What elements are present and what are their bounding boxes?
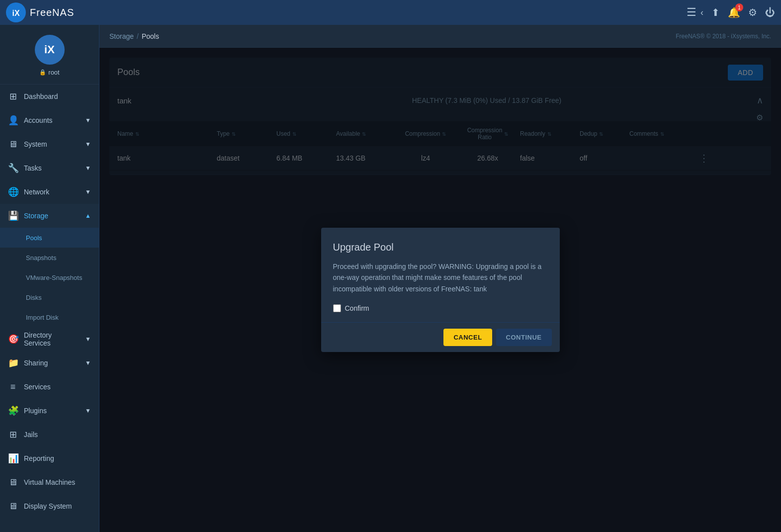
display-system-icon: 🖥 [8,501,18,512]
sidebar-item-label: Reporting [24,454,91,462]
chevron-down-icon: ▼ [85,117,91,124]
sidebar-item-label: Virtual Machines [24,478,91,486]
content-area: Storage / Pools FreeNAS® © 2018 - iXsyst… [99,25,781,532]
lock-icon: 🔒 [39,69,46,76]
sidebar: iX 🔒 root ⊞ Dashboard 👤 Accounts ▼ 🖥 Sys… [0,25,99,532]
sidebar-sub-vmware-snapshots[interactable]: VMware-Snapshots [0,267,99,287]
system-icon: 🖥 [8,139,18,150]
breadcrumb-separator: / [137,32,139,40]
storage-icon: 💾 [8,210,18,221]
sidebar-item-label: Network [24,188,79,196]
back-icon[interactable]: ‹ [700,7,703,18]
sidebar-item-directory-services[interactable]: 🎯 Directory Services ▼ [0,327,99,351]
logo: iX FreeNAS [6,2,74,22]
sidebar-item-label: Sharing [24,359,79,367]
notification-badge: 1 [735,3,743,11]
settings-icon[interactable]: ⚙ [748,6,757,18]
svg-text:iX: iX [12,9,19,17]
directory-services-icon: 🎯 [8,334,18,345]
dialog-title: Upgrade Pool [333,242,548,253]
sidebar-item-label: Storage [24,212,79,220]
breadcrumb-parent[interactable]: Storage [109,32,134,40]
sidebar-item-reporting[interactable]: 📊 Reporting [0,446,99,470]
sidebar-item-label: Jails [24,431,91,439]
sidebar-item-label: Accounts [24,116,79,124]
plugins-icon: 🧩 [8,405,18,416]
jails-icon: ⊞ [8,429,18,440]
notifications-icon[interactable]: 🔔 1 [728,6,740,18]
chevron-down-icon: ▼ [85,141,91,148]
confirm-checkbox[interactable] [333,304,341,312]
breadcrumb-copyright: FreeNAS® © 2018 - iXsystems, Inc. [676,33,771,40]
chevron-down-icon: ▼ [85,407,91,414]
breadcrumb: Storage / Pools FreeNAS® © 2018 - iXsyst… [99,25,781,48]
sidebar-sub-label: Pools [26,234,42,242]
accounts-icon: 👤 [8,115,18,126]
confirm-label[interactable]: Confirm [345,304,369,312]
chevron-down-icon: ▼ [85,336,91,343]
continue-button[interactable]: CONTINUE [496,329,552,346]
avatar: iX [35,35,65,65]
dialog-body: Upgrade Pool Proceed with upgrading the … [321,228,560,322]
sidebar-sub-label: Disks [26,294,42,301]
sidebar-item-system[interactable]: 🖥 System ▼ [0,132,99,156]
sidebar-nav: ⊞ Dashboard 👤 Accounts ▼ 🖥 System ▼ 🔧 Ta… [0,85,99,532]
chevron-up-icon: ▲ [85,212,91,219]
freenas-logo-icon: iX [6,2,26,22]
dialog-overlay: Upgrade Pool Proceed with upgrading the … [99,48,781,532]
sidebar-item-accounts[interactable]: 👤 Accounts ▼ [0,108,99,132]
breadcrumb-path: Storage / Pools [109,32,159,40]
sidebar-item-services[interactable]: ≡ Services [0,375,99,399]
sidebar-item-display-system[interactable]: 🖥 Display System [0,494,99,518]
upload-icon[interactable]: ⬆ [711,6,720,18]
sidebar-item-label: Directory Services [24,331,79,347]
sidebar-item-label: Dashboard [24,92,91,100]
sharing-icon: 📁 [8,357,18,368]
chevron-down-icon: ▼ [85,188,91,195]
reporting-icon: 📊 [8,453,18,464]
upgrade-pool-dialog: Upgrade Pool Proceed with upgrading the … [321,228,560,352]
dashboard-icon: ⊞ [8,91,18,102]
network-icon: 🌐 [8,186,18,197]
sidebar-sub-pools[interactable]: Pools [0,228,99,248]
page-content: Pools ADD tank HEALTHY (7.3 MiB (0%) Use… [99,48,781,532]
topbar-actions: ⬆ 🔔 1 ⚙ ⏻ [711,6,775,18]
dialog-actions: CANCEL CONTINUE [321,322,560,352]
sidebar-item-jails[interactable]: ⊞ Jails [0,423,99,446]
cancel-button[interactable]: CANCEL [443,329,492,346]
sidebar-item-storage[interactable]: 💾 Storage ▲ [0,204,99,228]
topbar: iX FreeNAS ☰ ‹ ⬆ 🔔 1 ⚙ ⏻ [0,0,781,25]
dialog-text: Proceed with upgrading the pool? WARNING… [333,261,548,294]
sidebar-sub-disks[interactable]: Disks [0,287,99,307]
sidebar-sub-label: Import Disk [26,314,59,321]
sidebar-user: iX 🔒 root [0,25,99,85]
sidebar-item-dashboard[interactable]: ⊞ Dashboard [0,85,99,108]
virtual-machines-icon: 🖥 [8,477,18,488]
sidebar-item-network[interactable]: 🌐 Network ▼ [0,180,99,204]
chevron-down-icon: ▼ [85,359,91,366]
sidebar-sub-snapshots[interactable]: Snapshots [0,248,99,267]
power-icon[interactable]: ⏻ [765,7,775,18]
services-icon: ≡ [8,382,18,392]
sidebar-sub-label: VMware-Snapshots [26,274,82,281]
sidebar-item-tasks[interactable]: 🔧 Tasks ▼ [0,156,99,180]
sidebar-item-plugins[interactable]: 🧩 Plugins ▼ [0,399,99,423]
sidebar-sub-import-disk[interactable]: Import Disk [0,307,99,327]
sidebar-sub-label: Snapshots [26,254,56,262]
sidebar-item-label: Display System [24,502,91,510]
sidebar-item-label: Plugins [24,407,79,415]
logo-text: FreeNAS [30,7,74,18]
sidebar-item-label: Tasks [24,164,79,172]
sidebar-item-sharing[interactable]: 📁 Sharing ▼ [0,351,99,375]
sidebar-username: 🔒 root [39,69,59,76]
dialog-confirm-row: Confirm [333,304,548,312]
sidebar-item-virtual-machines[interactable]: 🖥 Virtual Machines [0,470,99,494]
breadcrumb-current: Pools [142,32,159,40]
chevron-down-icon: ▼ [85,165,91,172]
hamburger-icon[interactable]: ☰ [687,6,696,19]
tasks-icon: 🔧 [8,163,18,174]
sidebar-item-label: System [24,140,79,148]
sidebar-item-label: Services [24,383,91,391]
